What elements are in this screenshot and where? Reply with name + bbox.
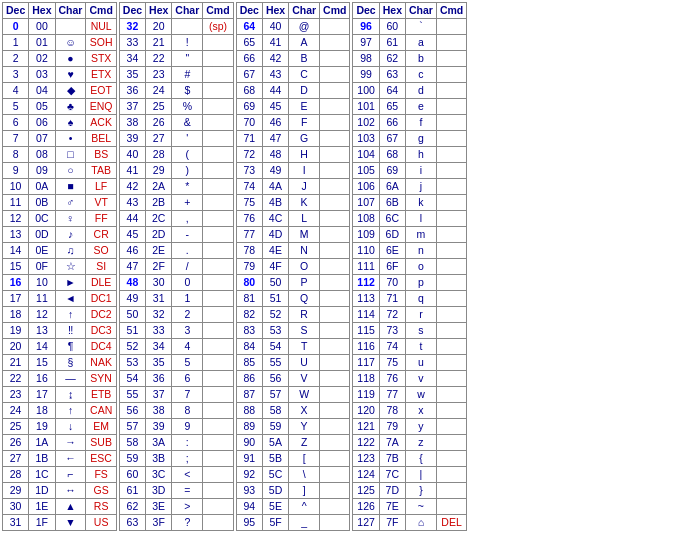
table-cell: N: [289, 243, 320, 259]
table-cell: 98: [353, 51, 379, 67]
table-cell: 55: [262, 355, 288, 371]
table-cell: 36: [119, 83, 145, 99]
table-row: 10468h: [353, 147, 467, 163]
table-cell: SI: [86, 259, 116, 275]
table-cell: 52: [119, 339, 145, 355]
table-cell: 6A: [379, 179, 405, 195]
table-cell: ^: [289, 499, 320, 515]
table-cell: ▼: [55, 515, 86, 531]
table-cell: :: [172, 435, 203, 451]
table-cell: 49: [262, 163, 288, 179]
table-row: 303♥ETX: [3, 67, 117, 83]
table-cell: 118: [353, 371, 379, 387]
table-row: 794FO: [236, 259, 350, 275]
column-header: Char: [55, 3, 86, 19]
table-cell: 13: [29, 323, 55, 339]
table-cell: [320, 291, 350, 307]
table-cell: SOH: [86, 35, 116, 51]
table-cell: ►: [55, 275, 86, 291]
column-header: Dec: [236, 3, 262, 19]
table-row: 915B[: [236, 451, 350, 467]
table-row: 140E♫SO: [3, 243, 117, 259]
table-row: 442C,: [119, 211, 233, 227]
table-cell: DC3: [86, 323, 116, 339]
table-cell: 37: [146, 387, 172, 403]
table-cell: 41: [119, 163, 145, 179]
table-cell: T: [289, 339, 320, 355]
table-cell: [436, 355, 466, 371]
table-cell: 69: [236, 99, 262, 115]
table-cell: 125: [353, 483, 379, 499]
table-row: 4129): [119, 163, 233, 179]
table-cell: 21: [146, 35, 172, 51]
table-cell: 127: [353, 515, 379, 531]
table-cell: 56: [262, 371, 288, 387]
table-row: 48300: [119, 275, 233, 291]
table-cell: 7F: [379, 515, 405, 531]
table-cell: [203, 467, 233, 483]
table-cell: 61: [379, 35, 405, 51]
table-row: 1116Fo: [353, 259, 467, 275]
table-cell: 29: [146, 163, 172, 179]
table-cell: >: [172, 499, 203, 515]
table-row: 472F/: [119, 259, 233, 275]
table-cell: =: [172, 483, 203, 499]
table-cell: 47: [119, 259, 145, 275]
column-header: Hex: [379, 3, 405, 19]
table-cell: 80: [236, 275, 262, 291]
table-cell: DLE: [86, 275, 116, 291]
table-row: 8252R: [236, 307, 350, 323]
table-cell: 60: [379, 19, 405, 35]
table-row: 1267E~: [353, 499, 467, 515]
table-row: 10367g: [353, 131, 467, 147]
column-header: Cmd: [320, 3, 350, 19]
table-cell: E: [289, 99, 320, 115]
table-cell: [320, 131, 350, 147]
table-cell: 5A: [262, 435, 288, 451]
table-cell: [436, 499, 466, 515]
table-cell: [436, 67, 466, 83]
table-cell: [320, 371, 350, 387]
table-cell: ○: [55, 163, 86, 179]
table-cell: 7D: [379, 483, 405, 499]
table-cell: 52: [262, 307, 288, 323]
table-row: 11472r: [353, 307, 467, 323]
table-cell: TAB: [86, 163, 116, 179]
table-cell: 4D: [262, 227, 288, 243]
table-cell: §: [55, 355, 86, 371]
table-cell: ?: [172, 515, 203, 531]
table-cell: [436, 467, 466, 483]
table-cell: [203, 499, 233, 515]
table-cell: 7: [3, 131, 29, 147]
table-cell: 2F: [146, 259, 172, 275]
table-row: 53355: [119, 355, 233, 371]
table-cell: 66: [236, 51, 262, 67]
table-row: 10569i: [353, 163, 467, 179]
table-cell: 0B: [29, 195, 55, 211]
table-cell: [436, 147, 466, 163]
table-cell: ↔: [55, 483, 86, 499]
table-cell: 91: [236, 451, 262, 467]
table-row: 6642B: [236, 51, 350, 67]
table-cell: [436, 259, 466, 275]
table-cell: c: [405, 67, 436, 83]
table-cell: g: [405, 131, 436, 147]
table-cell: 1C: [29, 467, 55, 483]
table-cell: [320, 51, 350, 67]
table-cell: ": [172, 51, 203, 67]
table-cell: [172, 19, 203, 35]
table-row: 3624$: [119, 83, 233, 99]
table-cell: 112: [353, 275, 379, 291]
table-row: 3321!: [119, 35, 233, 51]
table-cell: q: [405, 291, 436, 307]
table-cell: 3: [3, 67, 29, 83]
table-cell: 62: [119, 499, 145, 515]
table-cell: [203, 195, 233, 211]
table-row: 6743C: [236, 67, 350, 83]
table-row: 8959Y: [236, 419, 350, 435]
table-cell: ETB: [86, 387, 116, 403]
table-cell: 10: [3, 179, 29, 195]
table-cell: 39: [146, 419, 172, 435]
table-row: 707•BEL: [3, 131, 117, 147]
table-cell: 31: [3, 515, 29, 531]
